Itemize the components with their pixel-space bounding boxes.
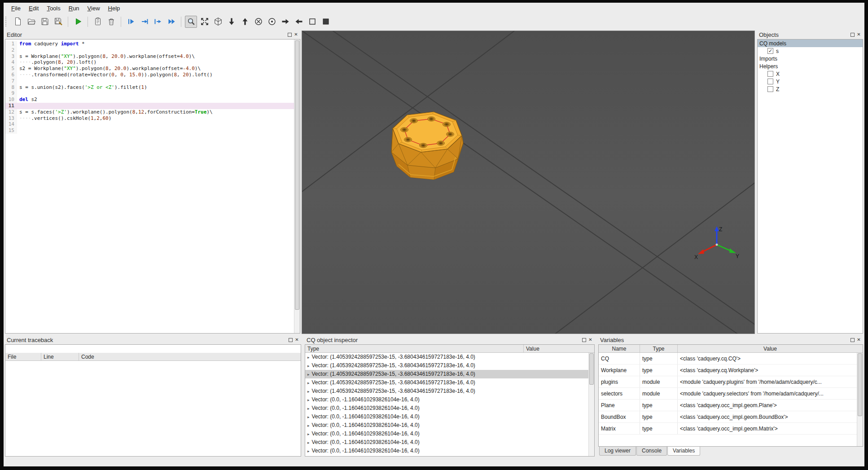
inspector-scrollbar[interactable]: [588, 353, 594, 456]
float-panel-icon[interactable]: [850, 33, 855, 37]
inspector-row[interactable]: ▸Vector: (1.4053924288597253e-15, -3.680…: [305, 370, 588, 378]
step-into-button[interactable]: [138, 16, 150, 28]
checkbox[interactable]: [767, 79, 773, 84]
float-panel-icon[interactable]: [850, 338, 855, 342]
back-view-button[interactable]: [252, 16, 264, 28]
variables-col-value[interactable]: Value: [678, 345, 863, 352]
expand-arrow-icon[interactable]: ▸: [307, 406, 310, 411]
code-line-10[interactable]: 10del s2: [5, 97, 294, 103]
inspector-row[interactable]: ▸Vector: (1.4053924288597253e-15, -3.680…: [305, 353, 588, 361]
expand-arrow-icon[interactable]: ▸: [307, 398, 310, 402]
objects-tree-item-cq-models[interactable]: CQ models: [758, 40, 863, 47]
traceback-col-code[interactable]: Code: [79, 353, 301, 360]
code-line-15[interactable]: 15: [5, 127, 294, 134]
variables-col-name[interactable]: Name: [599, 345, 640, 352]
inspector-row[interactable]: ▸Vector: (1.4053924288597253e-15, -3.680…: [305, 387, 588, 395]
code-line-6[interactable]: 6····.transformed(rotate=Vector(0, 0, 15…: [5, 72, 294, 78]
checkbox[interactable]: [767, 71, 773, 77]
inspector-row[interactable]: ▸Vector: (1.4053924288597253e-15, -3.680…: [305, 378, 588, 387]
cad-model[interactable]: [390, 108, 468, 185]
menu-run[interactable]: Run: [65, 4, 83, 13]
objects-tree-item-helpers[interactable]: Helpers: [758, 62, 863, 70]
open-button[interactable]: [25, 16, 37, 28]
variable-row[interactable]: Workplanetype<class 'cadquery.cq.Workpla…: [599, 365, 857, 376]
close-panel-icon[interactable]: ✕: [588, 338, 593, 342]
continue-button[interactable]: [165, 16, 177, 28]
variable-row[interactable]: selectorsmodule<module 'cadquery.selecto…: [599, 388, 857, 400]
editor-scrollbar-thumb[interactable]: [295, 40, 299, 310]
code-line-3[interactable]: 3s = Workplane("XY").polygon(8, 20.0).wo…: [5, 53, 294, 60]
save-as-button[interactable]: [52, 16, 64, 28]
variables-scrollbar-thumb[interactable]: [858, 353, 862, 416]
expand-arrow-icon[interactable]: ▸: [307, 440, 310, 445]
variable-row[interactable]: CQtype<class 'cadquery.cq.CQ'>: [599, 353, 857, 365]
menu-help[interactable]: Help: [104, 4, 124, 13]
shaded-button[interactable]: [320, 16, 332, 28]
code-line-4[interactable]: 4····.polygon(8, 20).loft(): [5, 59, 294, 66]
clipboard-button[interactable]: [92, 16, 104, 28]
code-line-14[interactable]: 14: [5, 121, 294, 127]
editor-scrollbar[interactable]: [294, 40, 300, 333]
inspector-row[interactable]: ▸Vector: (0.0, -1.1604610293826104e-16, …: [305, 447, 588, 455]
wireframe-button[interactable]: [306, 16, 318, 28]
variable-row[interactable]: Planetype<class 'cadquery.occ_impl.geom.…: [599, 400, 857, 411]
expand-arrow-icon[interactable]: ▸: [307, 355, 310, 360]
menu-tools[interactable]: Tools: [43, 4, 64, 13]
inspector-row[interactable]: ▸Vector: (0.0, -1.1604610293826104e-16, …: [305, 430, 588, 438]
run-button[interactable]: [72, 16, 84, 28]
inspector-scrollbar-thumb[interactable]: [589, 353, 594, 385]
checkbox[interactable]: ✓: [767, 48, 773, 54]
float-panel-icon[interactable]: [288, 33, 292, 37]
objects-tree-item-z[interactable]: Z: [758, 85, 863, 93]
top-view-button[interactable]: [239, 16, 251, 28]
front-view-button[interactable]: [266, 16, 278, 28]
variables-scrollbar[interactable]: [857, 353, 863, 446]
expand-arrow-icon[interactable]: ▸: [307, 389, 310, 394]
objects-tree-item-s[interactable]: ✓s: [758, 47, 863, 55]
expand-arrow-icon[interactable]: ▸: [307, 372, 310, 377]
traceback-col-file[interactable]: File: [5, 353, 41, 360]
code-line-8[interactable]: 8s = s.union(s2).faces('>Z or <Z').fille…: [5, 84, 294, 91]
expand-arrow-icon[interactable]: ▸: [307, 415, 310, 419]
float-panel-icon[interactable]: [289, 338, 293, 342]
tab-log-viewer[interactable]: Log viewer: [599, 447, 636, 456]
inspector-col-type[interactable]: Type: [305, 345, 524, 352]
fit-all-button[interactable]: [198, 16, 210, 28]
code-line-5[interactable]: 5s2 = Workplane("XY").polygon(8, 20.0).w…: [5, 66, 294, 72]
zoom-button[interactable]: [185, 16, 197, 28]
code-line-2[interactable]: 2: [5, 47, 294, 53]
tab-console[interactable]: Console: [636, 447, 667, 456]
close-panel-icon[interactable]: ✕: [294, 32, 298, 37]
inspector-row[interactable]: ▸Vector: (0.0, -1.1604610293826104e-16, …: [305, 438, 588, 447]
tab-variables[interactable]: Variables: [667, 447, 700, 456]
expand-arrow-icon[interactable]: ▸: [307, 432, 310, 436]
new-file-button[interactable]: [12, 16, 24, 28]
variables-col-type[interactable]: Type: [640, 345, 678, 352]
left-view-button[interactable]: [293, 16, 305, 28]
right-view-button[interactable]: [279, 16, 291, 28]
expand-arrow-icon[interactable]: ▸: [307, 364, 310, 368]
variable-row[interactable]: BoundBoxtype<class 'cadquery.occ_impl.ge…: [599, 411, 857, 423]
code-line-11[interactable]: 11: [5, 103, 294, 109]
code-line-7[interactable]: 7: [5, 78, 294, 84]
toolbar-handle[interactable]: [5, 17, 9, 26]
inspector-row[interactable]: ▸Vector: (0.0, -1.1604610293826104e-16, …: [305, 404, 588, 413]
inspector-row[interactable]: ▸Vector: (0.0, -1.1604610293826104e-16, …: [305, 413, 588, 421]
expand-arrow-icon[interactable]: ▸: [307, 449, 310, 453]
debug-button[interactable]: [125, 16, 137, 28]
float-panel-icon[interactable]: [582, 338, 586, 342]
code-line-13[interactable]: 13····.vertices().cskHole(1,2,60): [5, 115, 294, 122]
expand-arrow-icon[interactable]: ▸: [307, 423, 310, 428]
viewport-3d[interactable]: Z X Y: [302, 31, 755, 334]
code-line-12[interactable]: 12s = s.faces('>Z').workplane().polygon(…: [5, 109, 294, 115]
menu-edit[interactable]: Edit: [25, 4, 43, 13]
menu-file[interactable]: File: [7, 4, 25, 13]
code-line-9[interactable]: 9: [5, 90, 294, 97]
objects-tree-item-y[interactable]: Y: [758, 78, 863, 85]
step-return-button[interactable]: [152, 16, 164, 28]
checkbox[interactable]: [767, 86, 773, 92]
close-panel-icon[interactable]: ✕: [294, 338, 299, 342]
menu-view[interactable]: View: [83, 4, 104, 13]
code-editor[interactable]: 1from cadquery import *2 3s = Workplane(…: [5, 39, 300, 334]
save-button[interactable]: [39, 16, 51, 28]
